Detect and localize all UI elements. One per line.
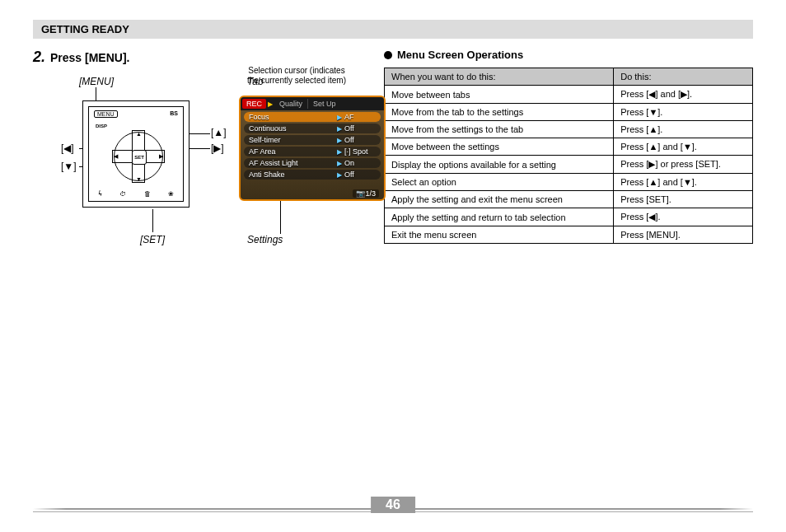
lcd-page-indicator: 📷1/3 [353,189,379,198]
up-callout: [▲] [211,127,227,138]
lcd-row-focus: Focus▶AF [244,112,381,122]
table-header-col1: When you want to do this: [385,68,614,86]
play-icon: ▶ [337,137,342,144]
lcd-row-antishake: Anti Shake▶Off [244,170,381,180]
menu-callout-label: [MENU] [79,76,114,87]
table-row: Apply the setting and return to tab sele… [385,208,753,226]
lcd-row-continuous: Continuous▶Off [244,124,381,133]
table-cell: Move from the settings to the tab [385,121,614,138]
lcd-tab-bar: REC ▶ Quality Set Up [241,97,384,110]
table-cell: Press [◀] and [▶]. [614,86,753,104]
lcd-row-key: AF Area [249,147,335,156]
lcd-row-val: On [344,159,376,167]
set-button: SET [132,150,147,165]
lcd-row-key: Continuous [249,124,335,133]
bs-button-label: BS [170,110,178,116]
page-number: 46 [371,497,415,513]
lcd-row-key: Self-timer [249,136,335,144]
lcd-page-text: 1/3 [365,189,376,198]
dpad: SET ▲ ▼ ◀ ▶ [114,132,163,181]
bottom-icon-row: ϟ ⏱ 🗑 ❀ [89,190,183,198]
left-callout: [◀] [61,142,74,154]
trash-icon: 🗑 [144,190,151,198]
table-row: Move between the settingsPress [▲] and [… [385,138,753,156]
operations-table: When you want to do this: Do this: Move … [384,68,753,244]
diagram-area: [MENU] Tab [SET] Settings [▲] [▶] [◀] [▼… [33,69,364,250]
table-cell: Press [SET]. [614,191,753,208]
lcd-tab-setup: Set Up [307,99,341,109]
left-column: 2. Press [MENU]. Selection cursor (indic… [33,49,364,250]
camera-controls-diagram: MENU BS DISP SET ▲ ▼ ◀ ▶ [82,100,189,208]
right-column: Menu Screen Operations When you want to … [384,49,753,250]
play-icon: ▶ [337,148,342,156]
lcd-row-selftimer: Self-timer▶Off [244,135,381,145]
lcd-settings-list: Focus▶AF Continuous▶Off Self-timer▶Off A… [241,110,384,183]
menu-button-label: MENU [94,110,118,118]
table-cell: Press [MENU]. [614,226,753,244]
table-cell: Move between tabs [385,86,614,104]
down-callout: [▼] [61,161,77,172]
disp-button-label: DISP [96,124,107,128]
table-row: Exit the menu screenPress [MENU]. [385,226,753,244]
table-row: Move between tabsPress [◀] and [▶]. [385,86,753,104]
lcd-menu-screenshot: REC ▶ Quality Set Up Focus▶AF Continuous… [239,96,386,201]
lcd-row-key: Focus [249,113,335,121]
table-row: Apply the setting and exit the menu scre… [385,191,753,208]
dpad-down-icon: ▼ [136,176,142,182]
lcd-tab-arrow-icon: ▶ [266,100,274,108]
lcd-row-afassist: AF Assist Light▶On [244,158,381,168]
set-callout-label: [SET] [140,234,165,245]
lcd-row-key: Anti Shake [249,170,335,179]
dpad-left-icon: ◀ [114,153,118,160]
table-cell: Apply the setting and return to tab sele… [385,208,614,226]
camera-inner-frame: MENU BS DISP SET ▲ ▼ ◀ ▶ [88,106,184,202]
timer-icon: ⏱ [119,190,126,198]
section-header: GETTING READY [33,20,753,39]
table-cell: Display the options available for a sett… [385,156,614,174]
dpad-right-icon: ▶ [159,153,163,160]
menu-operations-heading: Menu Screen Operations [384,49,753,61]
table-row: Move from the settings to the tabPress [… [385,121,753,138]
table-cell: Move from the tab to the settings [385,104,614,121]
table-header-col2: Do this: [614,68,753,86]
play-icon: ▶ [337,114,342,121]
table-cell: Move between the settings [385,138,614,156]
table-cell: Press [▼]. [614,104,753,121]
lcd-row-val: Off [344,124,376,133]
table-cell: Press [▲] and [▼]. [614,174,753,191]
table-cell: Apply the setting and exit the menu scre… [385,191,614,208]
lcd-row-key: AF Assist Light [249,159,335,167]
leader-line [152,209,153,232]
step-number: 2. [33,49,45,66]
table-row: Select an optionPress [▲] and [▼]. [385,174,753,191]
lcd-row-val: AF [344,113,376,121]
table-row: Display the options available for a sett… [385,156,753,174]
bullet-icon [384,51,392,59]
table-cell: Select an option [385,174,614,191]
play-icon: ▶ [337,171,342,179]
lcd-row-val: Off [344,136,376,144]
lcd-tab-quality: Quality [274,99,307,109]
step-instruction: Press [MENU]. [50,51,129,64]
table-cell: Press [▲]. [614,121,753,138]
table-cell: Press [◀]. [614,208,753,226]
lcd-row-val: Off [344,170,376,179]
page-footer: 46 [33,508,753,512]
dpad-up-icon: ▲ [136,131,142,137]
lcd-row-val: [·] Spot [344,147,376,156]
right-callout: [▶] [211,142,224,154]
leader-line [280,201,281,234]
flash-icon: ϟ [98,190,102,198]
play-icon: ▶ [337,160,342,167]
table-cell: Press [▶] or press [SET]. [614,156,753,174]
table-cell: Press [▲] and [▼]. [614,138,753,156]
settings-callout-label: Settings [247,234,283,245]
play-icon: ▶ [337,125,342,133]
table-cell: Exit the menu screen [385,226,614,244]
lcd-tab-rec: REC [242,99,266,109]
menu-operations-heading-text: Menu Screen Operations [397,49,523,61]
lcd-row-afarea: AF Area▶[·] Spot [244,147,381,156]
macro-icon: ❀ [168,190,174,198]
table-row: Move from the tab to the settingsPress [… [385,104,753,121]
tab-callout-label: Tab [247,76,264,87]
